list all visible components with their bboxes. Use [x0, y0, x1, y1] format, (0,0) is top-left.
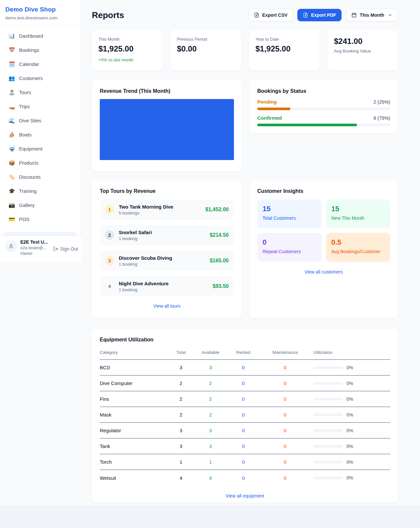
tile-label: Avg Bookings/Customer [331, 249, 385, 254]
revenue-trend-card: Revenue Trend (This Month) [92, 80, 242, 171]
package-icon: 📦 [8, 160, 16, 166]
sidebar-item-training[interactable]: 🎓 Training [4, 185, 77, 197]
status-count: 6 (75%) [373, 115, 390, 121]
utilization-pct: 0% [346, 428, 353, 433]
available-value: 3 [197, 365, 224, 370]
total-value: 3 [165, 428, 197, 433]
total-value: 4 [165, 475, 197, 481]
rented-value: 0 [224, 428, 262, 433]
rented-value: 0 [224, 475, 262, 481]
tour-row: 1 Two Tank Morning Dive 5 bookings $1,45… [100, 199, 234, 220]
sidebar-item-gallery[interactable]: 📸 Gallery [4, 199, 77, 211]
tour-bookings: 1 booking [119, 262, 172, 267]
sign-out-icon [53, 246, 58, 252]
status-row-confirmed: Confirmed 6 (75%) [257, 115, 390, 126]
sidebar-item-boats[interactable]: ⛵ Boats [4, 129, 77, 141]
calendar-pad-icon: 🗓️ [8, 62, 16, 67]
sign-out-button[interactable]: Sign Out [53, 246, 78, 252]
utilization-pct: 0% [346, 475, 353, 480]
sidebar-item-customers[interactable]: 👥 Customers [4, 72, 77, 84]
calendar-icon [351, 12, 357, 18]
sidebar-item-discounts[interactable]: 🏷️ Discounts [4, 171, 77, 183]
export-csv-button[interactable]: Export CSV [248, 9, 293, 21]
table-row: Regulator 3 3 0 0 0% [100, 423, 390, 438]
equipment-utilization-title: Equipment Utilization [100, 337, 390, 343]
col-category: Category [100, 350, 165, 355]
credit-card-icon: 💳 [8, 217, 16, 222]
sidebar-item-equipment[interactable]: 🤿 Equipment [4, 143, 77, 155]
total-value: 2 [165, 396, 197, 402]
diving-mask-icon: 🤿 [8, 146, 16, 152]
rank-badge: 4 [105, 282, 114, 291]
sidebar-item-tours[interactable]: 🏝️ Tours [4, 86, 77, 98]
progress-fill [257, 124, 357, 126]
sidebar-item-dive-sites[interactable]: 🌊 Dive Sites [4, 114, 77, 127]
export-pdf-label: Export PDF [311, 12, 336, 18]
sidebar-item-label: Equipment [19, 146, 43, 152]
total-value: 3 [165, 443, 197, 449]
rented-value: 0 [224, 396, 262, 402]
maintenance-value: 0 [262, 475, 308, 481]
stat-delta: +0% vs last month [98, 57, 156, 62]
sidebar-item-label: POS [19, 216, 30, 222]
tour-name: Snorkel Safari [119, 230, 152, 235]
sidebar-item-pos[interactable]: 💳 POS [4, 213, 77, 225]
page-title: Reports [92, 10, 124, 20]
stat-value: $1,925.00 [98, 44, 156, 53]
sidebar-item-products[interactable]: 📦 Products [4, 157, 77, 169]
top-tours-title: Top Tours by Revenue [100, 188, 234, 194]
sidebar-item-dashboard[interactable]: 📊 Dashboard [4, 30, 77, 42]
export-pdf-button[interactable]: Export PDF [297, 9, 342, 21]
utilization-bar [313, 429, 343, 432]
utilization-cell: 0% [308, 428, 390, 433]
maintenance-value: 0 [262, 428, 308, 433]
sidebar: Demo Dive Shop demo.test.divestreams.com… [0, 0, 81, 262]
rented-value: 0 [224, 459, 262, 465]
people-icon: 👥 [8, 76, 16, 81]
speedboat-icon: 🚤 [8, 104, 16, 109]
sidebar-item-label: Discounts [19, 174, 41, 180]
maintenance-value: 0 [262, 459, 308, 465]
revenue-trend-bar-chart [100, 99, 234, 160]
dashboard-icon: 📊 [8, 33, 16, 39]
equipment-category: Regulator [100, 428, 165, 433]
sidebar-item-calendar[interactable]: 🗓️ Calendar [4, 58, 77, 70]
equipment-category: Dive Computer [100, 380, 165, 386]
insight-tile-avg-bookings: 0.5 Avg Bookings/Customer [326, 233, 390, 262]
utilization-bar [313, 382, 343, 385]
rented-value: 0 [224, 443, 262, 449]
stat-card-this-month: This Month $1,925.00 +0% vs last month [92, 30, 162, 71]
file-download-icon [303, 12, 308, 18]
utilization-pct: 0% [346, 381, 353, 386]
tour-bookings: 1 booking [119, 287, 169, 292]
sidebar-item-label: Dashboard [19, 33, 43, 39]
sidebar-item-trips[interactable]: 🚤 Trips [4, 100, 77, 112]
maintenance-value: 0 [262, 396, 308, 402]
rank-badge: 1 [105, 205, 114, 214]
view-all-tours-link[interactable]: View all tours [100, 303, 234, 309]
period-dropdown[interactable]: This Month [346, 9, 398, 21]
top-tours-card: Top Tours by Revenue 1 Two Tank Morning … [92, 180, 242, 318]
col-utilization: Utilization [308, 350, 390, 355]
available-value: 4 [197, 475, 224, 481]
calendar-date-icon: 📅 [8, 48, 16, 53]
stat-label: Previous Period [177, 37, 234, 42]
sidebar-item-label: Gallery [19, 202, 35, 208]
sidebar-item-bookings[interactable]: 📅 Bookings [4, 44, 77, 56]
utilization-cell: 0% [308, 365, 390, 370]
view-all-customers-link[interactable]: View all customers [257, 269, 390, 274]
sidebar-item-reports-partial[interactable] [4, 232, 77, 235]
stats-row: This Month $1,925.00 +0% vs last month P… [92, 30, 398, 71]
table-row: Torch 1 1 0 0 0% [100, 454, 390, 470]
available-value: 3 [197, 428, 224, 433]
table-row: Dive Computer 2 2 0 0 0% [100, 376, 390, 391]
user-email: e2e-tester@... [20, 246, 52, 250]
view-all-equipment-link[interactable]: View all equipment [100, 493, 390, 498]
stat-card-year-to-date: Year to Date $1,925.00 [249, 30, 320, 71]
table-row: Tank 3 3 0 0 0% [100, 438, 390, 454]
utilization-pct: 0% [346, 365, 353, 370]
island-icon: 🏝️ [8, 90, 16, 95]
brand-domain: demo.test.divestreams.com [5, 15, 76, 20]
utilization-bar [313, 398, 343, 400]
file-download-icon [254, 12, 259, 18]
